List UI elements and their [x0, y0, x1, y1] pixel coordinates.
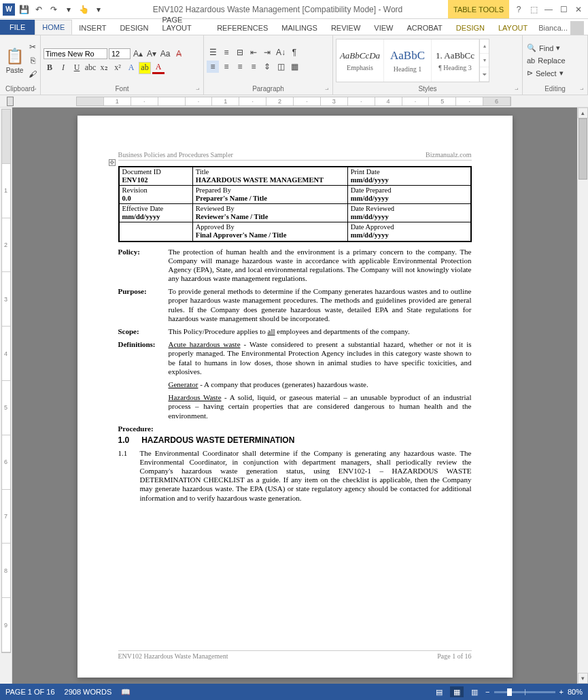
tab-table-design[interactable]: DESIGN	[449, 21, 491, 35]
text-effects-button[interactable]: A	[125, 62, 137, 74]
ribbon-options-icon[interactable]: ⬚	[527, 3, 540, 16]
table-row[interactable]: Approved ByFinal Approver's Name / Title…	[119, 222, 471, 241]
font-name-combo[interactable]: Times New Ro	[44, 48, 107, 59]
help-button[interactable]: ?	[512, 3, 525, 16]
footer-left: ENV102 Hazardous Waste Management	[118, 652, 228, 660]
document-info-table[interactable]: Document IDENV102 TitleHAZARDOUS WASTE M…	[118, 166, 472, 242]
table-row[interactable]: Effective Datemm/dd/yyyy Reviewed ByRevi…	[119, 204, 471, 222]
style-emphasis[interactable]: AaBbCcDa Emphasis	[336, 39, 384, 82]
undo-icon[interactable]: ↶	[33, 3, 45, 16]
scope-post: employees and departments of the company…	[275, 327, 410, 335]
tab-page-layout[interactable]: PAGE LAYOUT	[156, 13, 211, 35]
tab-insert[interactable]: INSERT	[72, 21, 113, 35]
scroll-track[interactable]	[578, 118, 588, 673]
tab-table-layout[interactable]: LAYOUT	[491, 21, 534, 35]
grow-font-button[interactable]: A▴	[132, 48, 144, 60]
line-spacing-button[interactable]: ⇕	[261, 61, 273, 73]
italic-button[interactable]: I	[57, 62, 69, 74]
view-print-layout[interactable]: ▦	[450, 686, 464, 697]
strike-button[interactable]: abc	[84, 62, 97, 74]
borders-button[interactable]: ▦	[288, 61, 300, 73]
tab-home[interactable]: HOME	[35, 20, 72, 35]
word-app-icon[interactable]: W	[3, 3, 15, 16]
scroll-down-button[interactable]: ▾	[578, 673, 588, 684]
format-painter-button[interactable]: 🖌	[27, 68, 39, 80]
align-left-button[interactable]: ≡	[207, 61, 219, 73]
zoom-in-button[interactable]: +	[559, 688, 564, 696]
styles-gallery[interactable]: AaBbCcDa Emphasis AaBbC Heading 1 1. AaB…	[336, 39, 489, 82]
bold-button[interactable]: B	[44, 62, 56, 74]
font-color-button[interactable]: A	[152, 62, 165, 74]
highlight-button[interactable]: ab	[139, 62, 151, 74]
align-right-button[interactable]: ≡	[234, 61, 246, 73]
style-heading3[interactable]: 1. AaBbCc ¶ Heading 3	[432, 39, 479, 82]
inc-indent-button[interactable]: ⇥	[261, 46, 273, 59]
replace-button[interactable]: abReplace	[525, 55, 567, 66]
close-button[interactable]: ✕	[572, 3, 585, 16]
table-row[interactable]: Revision0.0 Prepared ByPreparer's Name /…	[119, 186, 471, 204]
tab-mailings[interactable]: MAILINGS	[275, 21, 324, 35]
superscript-button[interactable]: x²	[111, 62, 124, 74]
minimize-button[interactable]: —	[542, 3, 555, 16]
change-case-button[interactable]: Aa	[159, 48, 171, 60]
ruler-left-marker	[7, 97, 14, 106]
gallery-scroll[interactable]: ▴▾⏷	[479, 39, 489, 82]
table-row[interactable]: Document IDENV102 TitleHAZARDOUS WASTE M…	[119, 167, 471, 186]
font-size-combo[interactable]: 12	[109, 48, 131, 59]
ruler-vertical[interactable]: 123456789	[0, 107, 12, 684]
clear-format-button[interactable]: A̶	[173, 48, 185, 60]
align-center-button[interactable]: ≡	[220, 61, 232, 73]
dec-indent-button[interactable]: ⇤	[247, 46, 260, 59]
status-proof-icon[interactable]: 📖	[121, 688, 131, 697]
page-footer: ENV102 Hazardous Waste Management Page 1…	[118, 650, 472, 660]
zoom-level[interactable]: 80%	[568, 688, 583, 696]
subscript-button[interactable]: x₂	[98, 62, 110, 74]
view-read-mode[interactable]: ▤	[432, 686, 446, 697]
qat-more-icon[interactable]: ▾	[63, 3, 75, 16]
justify-button[interactable]: ≡	[247, 61, 260, 73]
paste-button[interactable]: 📋 Paste	[3, 46, 27, 76]
tab-design[interactable]: DESIGN	[113, 21, 155, 35]
scroll-up-button[interactable]: ▴	[578, 107, 588, 118]
table-move-handle[interactable]: ✥	[109, 159, 116, 166]
tab-acrobat[interactable]: ACROBAT	[400, 21, 449, 35]
qat-customize-icon[interactable]: ▾	[92, 3, 105, 16]
tab-file[interactable]: FILE	[0, 20, 35, 35]
definition-2: Generator - A company that produces (gen…	[169, 380, 472, 389]
shrink-font-button[interactable]: A▾	[145, 48, 158, 60]
zoom-out-button[interactable]: −	[485, 688, 489, 696]
tab-review[interactable]: REVIEW	[324, 21, 367, 35]
tab-references[interactable]: REFERENCES	[210, 21, 275, 35]
save-icon[interactable]: 💾	[18, 3, 30, 16]
multilevel-button[interactable]: ⊟	[234, 46, 246, 59]
document-page[interactable]: ✥ Business Policies and Procedures Sampl…	[77, 116, 513, 678]
cut-button[interactable]: ✂	[27, 41, 39, 53]
underline-button[interactable]: U	[71, 62, 83, 74]
scroll-thumb[interactable]	[578, 118, 587, 180]
view-web-layout[interactable]: ▥	[468, 686, 481, 697]
tab-view[interactable]: VIEW	[367, 21, 400, 35]
shading-button[interactable]: ◫	[275, 61, 287, 73]
status-words[interactable]: 2908 WORDS	[65, 688, 112, 696]
redo-icon[interactable]: ↷	[48, 3, 60, 16]
cell-label: Title	[196, 168, 209, 176]
sort-button[interactable]: A↓	[275, 46, 287, 59]
document-viewport[interactable]: ✥ Business Policies and Procedures Sampl…	[12, 107, 577, 684]
status-page[interactable]: PAGE 1 OF 16	[5, 688, 55, 696]
copy-button[interactable]: ⎘	[27, 54, 39, 67]
user-account[interactable]: Bianca...	[534, 21, 588, 35]
select-button[interactable]: ⊳Select▾	[525, 67, 565, 79]
find-button[interactable]: 🔍Find▾	[525, 42, 561, 54]
numbering-button[interactable]: ≡	[220, 46, 232, 59]
cell-value: mm/dd/yyyy	[351, 213, 389, 220]
bullets-button[interactable]: ☰	[207, 46, 219, 59]
maximize-button[interactable]: ☐	[557, 3, 570, 16]
show-marks-button[interactable]: ¶	[288, 46, 300, 59]
zoom-slider[interactable]	[494, 691, 555, 693]
scrollbar-vertical[interactable]: ▴ ▾	[577, 107, 588, 684]
touch-mode-icon[interactable]: 👆	[77, 3, 90, 16]
ruler-horizontal[interactable]: 1··1·2·3·4·5·6	[0, 95, 588, 107]
style-heading1[interactable]: AaBbC Heading 1	[384, 39, 432, 82]
cell-label: Document ID	[122, 168, 161, 176]
titlebar: W 💾 ↶ ↷ ▾ 👆 ▾ ENV102 Hazardous Waste Man…	[0, 0, 588, 19]
